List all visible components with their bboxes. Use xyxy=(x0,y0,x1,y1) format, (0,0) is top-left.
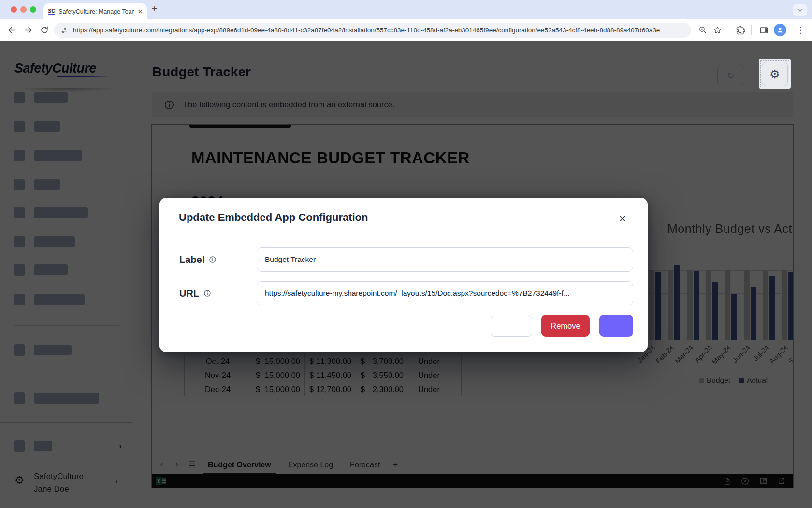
nav-icon xyxy=(14,440,25,452)
sheet-tab-budget-overview[interactable]: Budget Overview xyxy=(201,455,278,474)
sheet-tab-forecast[interactable]: Forecast xyxy=(343,455,387,474)
svg-text:X: X xyxy=(157,479,161,484)
refresh-icon: ↻ xyxy=(727,71,734,81)
banner-text: The following content is embedded from a… xyxy=(183,100,395,109)
tab-search-button[interactable] xyxy=(793,4,807,16)
chart-bar-actual xyxy=(674,265,680,340)
excel-icon: X xyxy=(156,476,167,486)
refresh-button[interactable]: ↻ xyxy=(717,65,744,86)
cancel-button[interactable] xyxy=(491,315,532,337)
nav-label xyxy=(34,345,72,355)
chart-bar-budget xyxy=(782,270,787,340)
chevron-right-icon xyxy=(174,462,180,467)
chart-bar-budget xyxy=(668,270,673,340)
page-title: Budget Tracker xyxy=(152,64,251,80)
reload-icon xyxy=(40,26,49,34)
chart-bar-actual xyxy=(751,287,756,340)
url-input[interactable] xyxy=(257,281,633,305)
traffic-light-close[interactable] xyxy=(11,6,17,13)
legend-swatch xyxy=(739,378,744,383)
workbook-view-icon[interactable] xyxy=(759,477,768,485)
gridline xyxy=(641,224,793,224)
sidebar-item[interactable] xyxy=(14,264,68,276)
side-panel-button[interactable] xyxy=(756,19,771,41)
chart-bar-budget xyxy=(744,270,750,340)
legend-item: Actual xyxy=(739,376,768,385)
info-icon xyxy=(203,290,211,297)
nav-icon xyxy=(14,150,25,161)
settings-gear-icon: ⚙ xyxy=(14,474,25,487)
reload-button[interactable] xyxy=(37,19,52,41)
back-icon xyxy=(7,26,16,35)
settings-button[interactable]: ⚙ xyxy=(762,62,788,86)
tab-close-icon[interactable]: ✕ xyxy=(138,8,143,15)
sheet-list-icon xyxy=(188,460,196,467)
sc-favicon-icon: SC xyxy=(48,8,55,15)
toolbar-divider xyxy=(751,25,752,35)
edit-icon[interactable] xyxy=(741,477,749,485)
sheet-tab-label: Expense Log xyxy=(288,461,333,469)
forward-button[interactable] xyxy=(20,19,36,41)
legend-label: Actual xyxy=(747,376,768,385)
sidebar-item[interactable] xyxy=(14,207,88,218)
chevron-down-icon xyxy=(797,7,803,14)
tabs-scroll-left-button[interactable] xyxy=(156,461,168,469)
zoom-button[interactable] xyxy=(695,19,710,41)
nav-icon xyxy=(14,294,25,305)
add-sheet-button[interactable]: + xyxy=(392,460,398,470)
sidebar-item[interactable] xyxy=(14,121,60,132)
back-button[interactable] xyxy=(4,19,19,41)
sidebar-item[interactable] xyxy=(14,392,99,404)
legend-label: Budget xyxy=(707,376,730,385)
x-axis-line xyxy=(641,340,793,340)
chevron-right-icon: › xyxy=(119,441,122,451)
sidebar-item[interactable] xyxy=(14,236,75,247)
sidebar-item[interactable] xyxy=(14,294,85,305)
chart-bar-budget xyxy=(725,270,730,340)
sidebar-item[interactable] xyxy=(14,344,72,356)
sheet-tab-expense-log[interactable]: Expense Log xyxy=(281,455,340,474)
gear-icon: ⚙ xyxy=(769,67,780,81)
popout-icon[interactable] xyxy=(778,477,785,485)
excel-status-bar: X xyxy=(152,474,793,488)
chart-bar-actual xyxy=(712,282,718,340)
url-bar[interactable]: https://app.safetyculture.com/integratio… xyxy=(54,23,691,38)
nav-icon xyxy=(14,236,25,247)
chart-bar-budget xyxy=(706,270,711,340)
sheet-tab-label: Forecast xyxy=(350,461,380,469)
modal-close-button[interactable]: ✕ xyxy=(616,212,629,225)
url-field-row: URL xyxy=(179,281,211,305)
traffic-light-minimize[interactable] xyxy=(20,6,27,13)
overflow-menu-button[interactable]: ⋮ xyxy=(793,19,808,41)
extensions-button[interactable] xyxy=(733,19,748,41)
label-field-label: Label xyxy=(179,254,204,265)
label-input[interactable] xyxy=(257,247,633,272)
sidebar-item[interactable]: › xyxy=(14,440,122,452)
profile-button[interactable] xyxy=(772,19,788,41)
tabs-scroll-right-button[interactable] xyxy=(171,461,183,469)
chart-bar-actual xyxy=(655,272,661,340)
extensions-icon xyxy=(736,26,745,35)
nav-label xyxy=(34,264,68,275)
chart-bar-budget xyxy=(687,270,693,340)
remove-button[interactable]: Remove xyxy=(541,315,590,337)
nav-label xyxy=(34,294,85,305)
sidebar-item[interactable] xyxy=(14,179,60,190)
sheet-list-button[interactable] xyxy=(186,460,198,469)
traffic-light-zoom[interactable] xyxy=(30,6,36,13)
sidebar-item[interactable] xyxy=(14,92,68,103)
sidebar-item[interactable] xyxy=(14,150,82,161)
update-button[interactable] xyxy=(599,315,633,337)
tune-icon[interactable] xyxy=(60,27,68,34)
person-icon xyxy=(776,26,784,34)
url-text[interactable]: https://app.safetyculture.com/integratio… xyxy=(73,27,660,34)
profile-block[interactable]: SafetyCulture Jane Doe xyxy=(34,470,84,495)
sheet-tab-label: Budget Overview xyxy=(208,461,271,469)
info-icon xyxy=(164,100,174,110)
screen: SC SafetyCulture: Manage Teams and... ✕ … xyxy=(0,0,812,508)
bookmark-button[interactable] xyxy=(710,19,725,41)
tab-title: SafetyCulture: Manage Teams and... xyxy=(58,8,134,15)
new-tab-button[interactable]: + xyxy=(152,3,158,15)
browser-tab[interactable]: SC SafetyCulture: Manage Teams and... ✕ xyxy=(44,3,147,19)
download-icon[interactable] xyxy=(723,477,731,485)
